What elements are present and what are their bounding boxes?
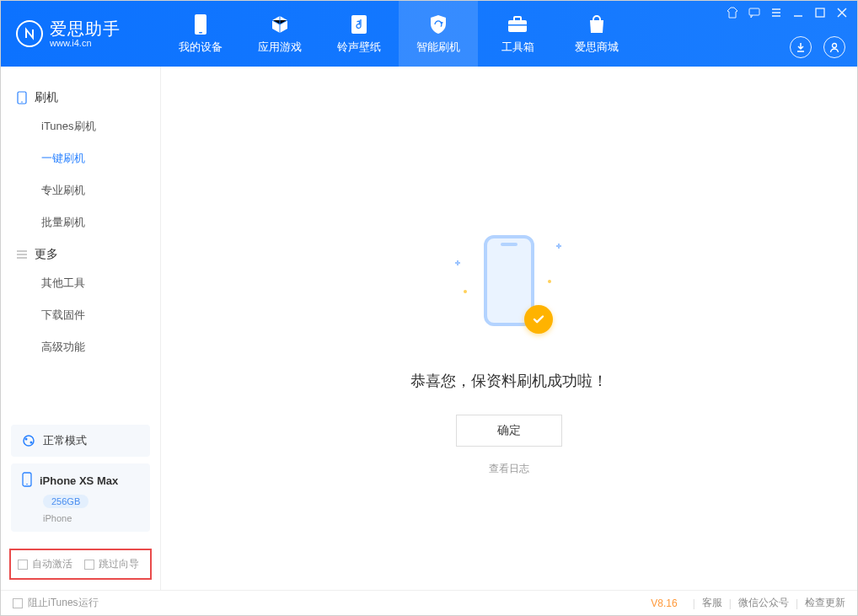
dot-icon bbox=[464, 290, 467, 293]
mode-label: 正常模式 bbox=[43, 433, 87, 448]
device-type: iPhone bbox=[43, 513, 140, 523]
nav-label: 智能刷机 bbox=[416, 40, 460, 55]
sidebar: 刷机 iTunes刷机 一键刷机 专业刷机 批量刷机 更多 其他工具 下载固件 … bbox=[1, 67, 161, 590]
app-header: 爱思助手 www.i4.cn 我的设备 应用游戏 铃声壁纸 智能刷机 工具箱 爱… bbox=[1, 1, 857, 67]
nav-tab-flash[interactable]: 智能刷机 bbox=[399, 1, 478, 67]
confirm-button[interactable]: 确定 bbox=[456, 415, 562, 447]
svg-point-12 bbox=[25, 438, 28, 441]
status-bar: 阻止iTunes运行 V8.16 | 客服 | 微信公众号 | 检查更新 bbox=[1, 590, 857, 615]
sidebar-item-download-firmware[interactable]: 下载固件 bbox=[1, 299, 160, 331]
nav-label: 工具箱 bbox=[501, 40, 534, 55]
nav-label: 爱思商城 bbox=[575, 40, 619, 55]
toolbox-icon bbox=[506, 13, 529, 36]
device-phone-icon bbox=[21, 472, 33, 490]
success-illustration bbox=[458, 231, 560, 349]
svg-point-10 bbox=[21, 101, 23, 103]
version-label: V8.16 bbox=[651, 597, 677, 609]
mode-icon bbox=[21, 433, 36, 448]
nav-label: 我的设备 bbox=[179, 40, 223, 55]
svg-rect-7 bbox=[816, 8, 824, 17]
sidebar-group-label: 刷机 bbox=[35, 90, 58, 105]
nav-tab-apps[interactable]: 应用游戏 bbox=[240, 1, 319, 67]
maximize-icon[interactable] bbox=[813, 6, 827, 19]
device-card[interactable]: iPhone XS Max 256GB iPhone bbox=[11, 463, 150, 532]
nav-tab-device[interactable]: 我的设备 bbox=[161, 1, 240, 67]
svg-rect-5 bbox=[508, 24, 527, 26]
menu-icon[interactable] bbox=[770, 6, 783, 19]
checkbox-block-itunes[interactable]: 阻止iTunes运行 bbox=[13, 596, 99, 610]
list-icon bbox=[16, 249, 28, 260]
minimize-icon[interactable] bbox=[791, 6, 805, 19]
checkbox-box-icon bbox=[18, 560, 28, 570]
checkbox-label: 跳过向导 bbox=[99, 557, 139, 571]
sidebar-group-flash: 刷机 iTunes刷机 一键刷机 专业刷机 批量刷机 bbox=[1, 82, 160, 238]
sidebar-checkboxes-highlight: 自动激活 跳过向导 bbox=[9, 549, 152, 580]
svg-rect-1 bbox=[199, 32, 202, 34]
check-badge-icon bbox=[524, 305, 553, 334]
footer-link-wechat[interactable]: 微信公众号 bbox=[738, 596, 789, 610]
sidebar-item-itunes-flash[interactable]: iTunes刷机 bbox=[1, 110, 160, 142]
sidebar-item-batch-flash[interactable]: 批量刷机 bbox=[1, 206, 160, 238]
nav-label: 铃声壁纸 bbox=[337, 40, 381, 55]
phone-icon bbox=[16, 92, 28, 104]
checkbox-box-icon bbox=[84, 560, 94, 570]
checkbox-label: 阻止iTunes运行 bbox=[28, 596, 99, 610]
sidebar-item-other-tools[interactable]: 其他工具 bbox=[1, 267, 160, 299]
logo-area: 爱思助手 www.i4.cn bbox=[1, 19, 161, 48]
sparkle-icon bbox=[556, 244, 561, 249]
svg-point-11 bbox=[24, 436, 34, 446]
main-panel: 恭喜您，保资料刷机成功啦！ 确定 查看日志 bbox=[161, 67, 857, 590]
device-icon bbox=[189, 13, 212, 36]
brand-url: www.i4.cn bbox=[50, 38, 121, 48]
sparkle-icon bbox=[455, 260, 460, 265]
svg-point-15 bbox=[26, 484, 28, 485]
device-name: iPhone XS Max bbox=[40, 474, 118, 487]
svg-point-8 bbox=[833, 44, 837, 48]
download-button[interactable] bbox=[790, 36, 812, 58]
shield-refresh-icon bbox=[426, 13, 450, 36]
svg-rect-0 bbox=[195, 14, 206, 35]
success-message: 恭喜您，保资料刷机成功啦！ bbox=[410, 371, 608, 391]
device-capacity: 256GB bbox=[43, 495, 88, 508]
header-corner-buttons bbox=[790, 36, 845, 58]
footer-link-service[interactable]: 客服 bbox=[702, 596, 722, 610]
footer-link-update[interactable]: 检查更新 bbox=[805, 596, 845, 610]
sidebar-item-advanced[interactable]: 高级功能 bbox=[1, 331, 160, 363]
mode-card[interactable]: 正常模式 bbox=[11, 425, 150, 457]
cube-icon bbox=[268, 13, 292, 36]
svg-point-13 bbox=[30, 442, 33, 444]
sidebar-group-title: 更多 bbox=[1, 238, 160, 267]
window-controls bbox=[726, 6, 849, 19]
nav-tab-toolbox[interactable]: 工具箱 bbox=[478, 1, 557, 67]
svg-rect-4 bbox=[514, 17, 521, 21]
checkbox-auto-activate[interactable]: 自动激活 bbox=[18, 557, 72, 571]
nav-label: 应用游戏 bbox=[258, 40, 302, 55]
svg-rect-3 bbox=[508, 20, 527, 32]
sidebar-group-title: 刷机 bbox=[1, 82, 160, 110]
shirt-icon[interactable] bbox=[726, 6, 739, 19]
sidebar-group-label: 更多 bbox=[35, 247, 58, 262]
checkbox-box-icon bbox=[13, 598, 23, 608]
checkbox-skip-guide[interactable]: 跳过向导 bbox=[84, 557, 139, 571]
brand-name: 爱思助手 bbox=[50, 19, 121, 38]
nav-tab-ringtone[interactable]: 铃声壁纸 bbox=[319, 1, 399, 67]
nav-tabs: 我的设备 应用游戏 铃声壁纸 智能刷机 工具箱 爱思商城 bbox=[161, 1, 636, 67]
svg-rect-6 bbox=[749, 8, 759, 15]
sidebar-item-pro-flash[interactable]: 专业刷机 bbox=[1, 174, 160, 206]
music-file-icon bbox=[347, 13, 371, 36]
sidebar-item-onekey-flash[interactable]: 一键刷机 bbox=[1, 142, 160, 174]
feedback-icon[interactable] bbox=[748, 6, 761, 19]
sidebar-group-more: 更多 其他工具 下载固件 高级功能 bbox=[1, 238, 160, 363]
logo-text: 爱思助手 www.i4.cn bbox=[50, 19, 121, 48]
view-log-link[interactable]: 查看日志 bbox=[489, 462, 529, 476]
bag-icon bbox=[585, 13, 609, 36]
app-body: 刷机 iTunes刷机 一键刷机 专业刷机 批量刷机 更多 其他工具 下载固件 … bbox=[1, 67, 857, 590]
dot-icon bbox=[548, 280, 551, 283]
checkbox-label: 自动激活 bbox=[32, 557, 72, 571]
account-button[interactable] bbox=[823, 36, 845, 58]
logo-icon bbox=[16, 20, 43, 47]
nav-tab-shop[interactable]: 爱思商城 bbox=[557, 1, 636, 67]
close-icon[interactable] bbox=[835, 6, 849, 19]
